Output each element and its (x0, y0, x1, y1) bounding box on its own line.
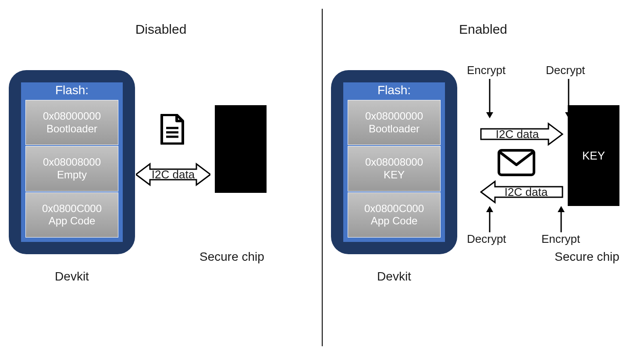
devkit-label: Devkit (9, 270, 135, 284)
flash-addr: 0x08008000 (348, 156, 440, 169)
flash-appcode: 0x0800C000 App Code (348, 192, 441, 238)
flash-addr: 0x0800C000 (26, 202, 118, 215)
flash-bootloader: 0x08000000 Bootloader (348, 100, 441, 145)
label-encrypt-tl: Encrypt (467, 64, 505, 77)
panel-enabled: Enabled Flash: 0x08000000 Bootloader 0x0… (322, 0, 644, 355)
i2c-arrow-bidir: I2C data (136, 162, 210, 187)
flash-sections: 0x08000000 Bootloader 0x08008000 Empty 0… (21, 100, 123, 242)
devkit-inner: Flash: 0x08000000 Bootloader 0x08008000 … (21, 82, 123, 242)
arrow-up-icon (557, 206, 566, 234)
flash-appcode: 0x0800C000 App Code (25, 192, 118, 238)
flash-header: Flash: (21, 82, 123, 100)
flash-name: Empty (26, 169, 118, 181)
label-decrypt-tr: Decrypt (546, 64, 585, 77)
i2c-arrow-right: I2C data (480, 122, 563, 146)
flash-name: KEY (348, 169, 440, 181)
flash-header: Flash: (343, 82, 445, 100)
label-decrypt-bl: Decrypt (467, 232, 506, 246)
flash-addr: 0x08000000 (26, 110, 118, 123)
secure-chip-disabled (215, 105, 267, 193)
flash-addr: 0x08000000 (348, 110, 440, 123)
arrow-down-icon (485, 79, 494, 120)
flash-addr: 0x08008000 (26, 156, 118, 169)
chip-text: KEY (582, 149, 605, 163)
flash-sections: 0x08000000 Bootloader 0x08008000 KEY 0x0… (343, 100, 445, 242)
devkit-inner: Flash: 0x08000000 Bootloader 0x08008000 … (343, 82, 445, 242)
flash-name: Bootloader (26, 123, 118, 135)
flash-key: 0x08008000 KEY (348, 146, 441, 191)
secure-chip-label: Secure chip (555, 250, 619, 264)
devkit-label: Devkit (331, 270, 457, 284)
flash-name: Bootloader (348, 123, 440, 135)
title-disabled: Disabled (0, 22, 322, 37)
label-encrypt-br: Encrypt (541, 232, 580, 246)
flash-name: App Code (348, 215, 440, 227)
envelope-icon (498, 149, 535, 178)
flash-empty: 0x08008000 Empty (25, 146, 118, 191)
secure-chip-enabled: KEY (568, 105, 619, 206)
flash-name: App Code (26, 215, 118, 227)
devkit-enabled: Flash: 0x08000000 Bootloader 0x08008000 … (331, 70, 457, 254)
title-enabled: Enabled (322, 22, 644, 37)
document-icon (159, 114, 185, 146)
panel-disabled: Disabled Flash: 0x08000000 Bootloader 0x… (0, 0, 322, 355)
flash-addr: 0x0800C000 (348, 202, 440, 215)
devkit-disabled: Flash: 0x08000000 Bootloader 0x08008000 … (9, 70, 135, 254)
flash-bootloader: 0x08000000 Bootloader (25, 100, 118, 145)
arrow-up-icon (485, 206, 494, 234)
i2c-arrow-left: I2C data (480, 180, 563, 204)
arrow-down-icon (564, 79, 573, 120)
secure-chip-label: Secure chip (199, 250, 264, 264)
